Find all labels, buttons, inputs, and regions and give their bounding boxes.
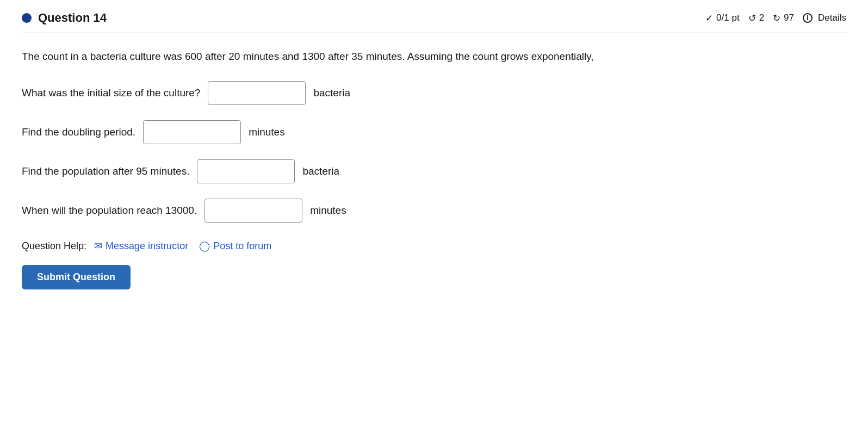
message-instructor-label: Message instructor — [106, 240, 188, 252]
question-help: Question Help: ✉ Message instructor ◯ Po… — [22, 240, 846, 252]
question-title: Question 14 — [38, 11, 107, 25]
retries-value: 2 — [759, 13, 764, 23]
question-rows: What was the initial size of the culture… — [22, 81, 846, 223]
submit-question-button[interactable]: Submit Question — [22, 265, 131, 289]
question-container: Question 14 ✓ 0/1 pt ↺ 2 ↻ 97 i Details … — [0, 0, 868, 311]
unit-bacteria-2: bacteria — [302, 165, 339, 177]
submissions-group: ↻ 97 — [773, 13, 794, 24]
unit-minutes-1: minutes — [249, 126, 285, 138]
info-icon: i — [803, 13, 813, 23]
label-population-95: Find the population after 95 minutes. — [22, 165, 189, 177]
post-to-forum-label: Post to forum — [213, 240, 271, 252]
question-body-text: The count in a bacteria culture was 600 … — [22, 48, 846, 65]
retries-group: ↺ 2 — [748, 13, 764, 24]
label-initial-size: What was the initial size of the culture… — [22, 87, 200, 99]
question-header: Question 14 ✓ 0/1 pt ↺ 2 ↻ 97 i Details — [22, 11, 846, 33]
checkmark-icon: ✓ — [705, 13, 713, 24]
message-instructor-link[interactable]: ✉ Message instructor — [94, 240, 188, 252]
score-value: 0/1 pt — [716, 13, 740, 23]
chat-icon: ◯ — [199, 240, 210, 252]
input-doubling-period[interactable] — [143, 120, 241, 144]
input-population-13000[interactable] — [204, 199, 302, 223]
envelope-icon: ✉ — [94, 240, 102, 252]
details-group[interactable]: i Details — [803, 13, 846, 23]
score-group: ✓ 0/1 pt — [705, 13, 740, 24]
question-meta: ✓ 0/1 pt ↺ 2 ↻ 97 i Details — [705, 13, 846, 24]
unit-bacteria-1: bacteria — [313, 87, 350, 99]
refresh-icon: ↻ — [773, 13, 780, 24]
row-doubling-period: Find the doubling period. minutes — [22, 120, 846, 144]
help-label: Question Help: — [22, 240, 86, 252]
question-title-group: Question 14 — [22, 11, 107, 25]
input-population-95[interactable] — [197, 159, 295, 183]
row-initial-size: What was the initial size of the culture… — [22, 81, 846, 105]
details-label[interactable]: Details — [818, 13, 846, 23]
label-population-13000: When will the population reach 13000. — [22, 205, 197, 217]
question-dot-icon — [22, 13, 32, 23]
submit-label: Submit Question — [37, 271, 115, 282]
row-population-95: Find the population after 95 minutes. ba… — [22, 159, 846, 183]
unit-minutes-2: minutes — [310, 205, 346, 217]
label-doubling-period: Find the doubling period. — [22, 126, 135, 138]
input-initial-size[interactable] — [208, 81, 306, 105]
post-to-forum-link[interactable]: ◯ Post to forum — [199, 240, 271, 252]
retry-icon: ↺ — [748, 13, 756, 24]
submissions-value: 97 — [784, 13, 794, 23]
row-population-13000: When will the population reach 13000. mi… — [22, 199, 846, 223]
